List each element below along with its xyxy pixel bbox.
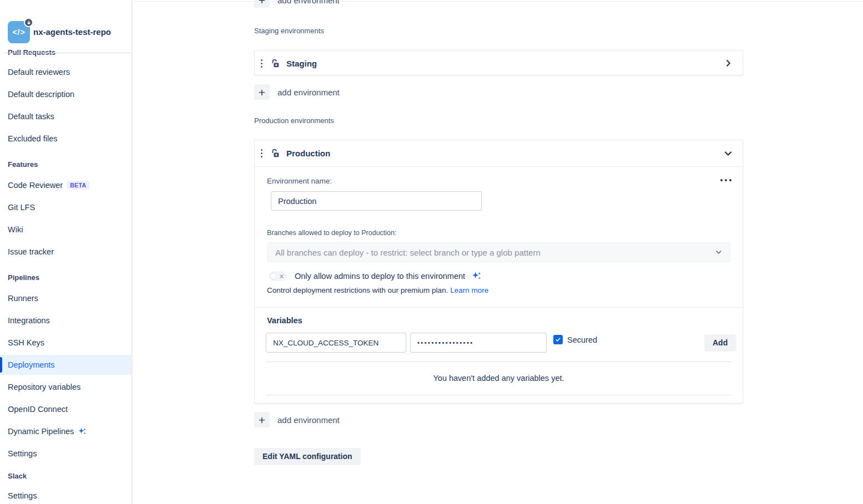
add-environment-button-partial[interactable]: + add environment <box>254 0 340 8</box>
sidebar-item-label: Wiki <box>8 225 23 234</box>
top-divider <box>134 1 863 2</box>
repo-avatar[interactable]: </> <box>8 21 30 43</box>
add-environment-button-staging[interactable]: + add environment <box>254 84 340 100</box>
more-options-button[interactable] <box>718 177 734 184</box>
variables-divider <box>266 395 731 395</box>
sidebar-item-default-description[interactable]: Default description <box>0 83 131 105</box>
sidebar-divider <box>4 53 131 53</box>
sidebar-item-label: Repository variables <box>8 383 80 391</box>
plus-icon: + <box>254 412 270 427</box>
sidebar-section-pull-requests: Pull Requests <box>0 43 131 61</box>
sidebar-item-dynamic-pipelines[interactable]: Dynamic Pipelines <box>0 420 131 442</box>
repo-name: nx-agents-test-repo <box>33 0 111 43</box>
sidebar-item-slack-settings[interactable]: Settings <box>0 485 131 504</box>
secured-checkbox-row: Secured <box>553 335 597 344</box>
add-environment-label: add environment <box>277 0 340 5</box>
private-repo-lock-badge <box>24 18 33 27</box>
sidebar-item-label: Deployments <box>8 360 55 369</box>
ai-sparkle-icon <box>471 270 482 282</box>
production-environment-header[interactable]: Production <box>255 140 743 167</box>
secured-checkbox[interactable] <box>553 335 563 344</box>
branches-allowed-label: Branches allowed to deploy to Production… <box>267 229 396 237</box>
edit-yaml-configuration-button[interactable]: Edit YAML configuration <box>254 448 361 465</box>
staging-environment-card: Staging <box>254 50 743 75</box>
lock-icon <box>27 21 31 25</box>
toggle-knob <box>270 273 277 279</box>
beta-badge: BETA <box>67 181 89 190</box>
branches-select-placeholder: All branches can deploy - to restrict: s… <box>275 248 715 257</box>
plus-icon: + <box>254 0 270 8</box>
admin-only-toggle[interactable] <box>269 272 287 281</box>
variable-name-input[interactable] <box>266 333 406 353</box>
staging-environments-label: Staging environments <box>254 27 324 35</box>
sidebar-item-pipelines-settings[interactable]: Settings <box>0 442 131 465</box>
unlocked-padlock-icon <box>270 148 281 159</box>
unlocked-padlock-icon <box>270 58 281 69</box>
sidebar-item-code-reviewer[interactable]: Code Reviewer BETA <box>0 174 131 196</box>
sidebar-item-label: Default reviewers <box>8 68 70 77</box>
sidebar-item-label: Settings <box>8 449 37 458</box>
premium-note: Control deployment restrictions with our… <box>267 286 488 294</box>
sidebar-item-label: OpenID Connect <box>8 405 68 414</box>
settings-sidebar: </> nx-agents-test-repo Pull Requests De… <box>0 0 133 504</box>
sidebar-item-label: Git LFS <box>8 203 35 212</box>
admin-restriction-label: Only allow admins to deploy to this envi… <box>295 272 465 281</box>
sidebar-item-wiki[interactable]: Wiki <box>0 218 131 241</box>
sidebar-item-label: Runners <box>8 294 38 303</box>
toggle-x-icon <box>279 274 284 279</box>
add-environment-label: add environment <box>277 415 340 425</box>
sidebar-item-label: Issue tracker <box>8 247 54 256</box>
sidebar-item-label: Integrations <box>8 316 50 325</box>
sidebar-item-excluded-files[interactable]: Excluded files <box>0 128 131 150</box>
chevron-down-icon <box>715 249 722 256</box>
sidebar-item-label: Default description <box>8 90 74 99</box>
sidebar-section-features: Features <box>0 154 131 174</box>
environment-name-label: Environment name: <box>267 177 332 185</box>
sidebar-item-deployments[interactable]: Deployments <box>0 355 131 375</box>
repo-header: </> nx-agents-test-repo <box>0 0 131 43</box>
sidebar-item-ssh-keys[interactable]: SSH Keys <box>0 332 131 354</box>
sidebar-item-label: Default tasks <box>8 112 54 121</box>
add-variable-button[interactable]: Add <box>704 334 736 352</box>
code-icon: </> <box>12 28 25 37</box>
production-environment-card: Production Environment name: Branches al… <box>254 140 743 404</box>
sidebar-item-repository-variables[interactable]: Repository variables <box>0 376 131 398</box>
sidebar-item-label: Code Reviewer <box>8 181 63 190</box>
add-environment-button-production[interactable]: + add environment <box>254 412 340 427</box>
environment-name-input[interactable] <box>271 191 482 211</box>
variable-value-input[interactable] <box>410 333 547 353</box>
staging-environment-header[interactable]: Staging <box>255 50 743 76</box>
environment-name: Production <box>286 149 330 158</box>
sidebar-item-label: Settings <box>8 491 37 500</box>
sidebar-item-openid-connect[interactable]: OpenID Connect <box>0 398 131 420</box>
check-icon <box>555 337 561 343</box>
deployments-settings-main: + add environment Staging environments S… <box>134 0 863 504</box>
secured-label: Secured <box>567 335 597 344</box>
sidebar-item-default-tasks[interactable]: Default tasks <box>0 105 131 128</box>
variables-divider <box>266 362 731 362</box>
sidebar-item-git-lfs[interactable]: Git LFS <box>0 196 131 218</box>
drag-handle-icon[interactable] <box>261 149 263 157</box>
sidebar-item-issue-tracker[interactable]: Issue tracker <box>0 241 131 263</box>
sidebar-item-label: Excluded files <box>8 134 57 143</box>
sidebar-item-runners[interactable]: Runners <box>0 287 131 309</box>
sidebar-item-label: SSH Keys <box>8 338 44 347</box>
premium-note-text: Control deployment restrictions with our… <box>267 286 448 294</box>
sidebar-item-label: Dynamic Pipelines <box>8 427 74 436</box>
chevron-down-icon[interactable] <box>724 149 733 158</box>
ai-sparkle-icon <box>77 426 87 436</box>
plus-icon: + <box>254 84 270 100</box>
variables-title: Variables <box>267 316 302 325</box>
production-environments-label: Production environments <box>254 116 334 125</box>
chevron-right-icon[interactable] <box>724 59 733 68</box>
sidebar-item-integrations[interactable]: Integrations <box>0 309 131 332</box>
admin-restriction-row: Only allow admins to deploy to this envi… <box>269 270 482 282</box>
add-environment-label: add environment <box>277 88 340 97</box>
learn-more-link[interactable]: Learn more <box>450 286 488 294</box>
environment-name: Staging <box>286 59 317 68</box>
branches-select[interactable]: All branches can deploy - to restrict: s… <box>267 242 730 262</box>
drag-handle-icon[interactable] <box>261 59 263 68</box>
sidebar-section-slack: Slack <box>0 467 131 485</box>
sidebar-item-default-reviewers[interactable]: Default reviewers <box>0 61 131 83</box>
variables-empty-message: You haven't added any variables yet. <box>255 374 743 383</box>
